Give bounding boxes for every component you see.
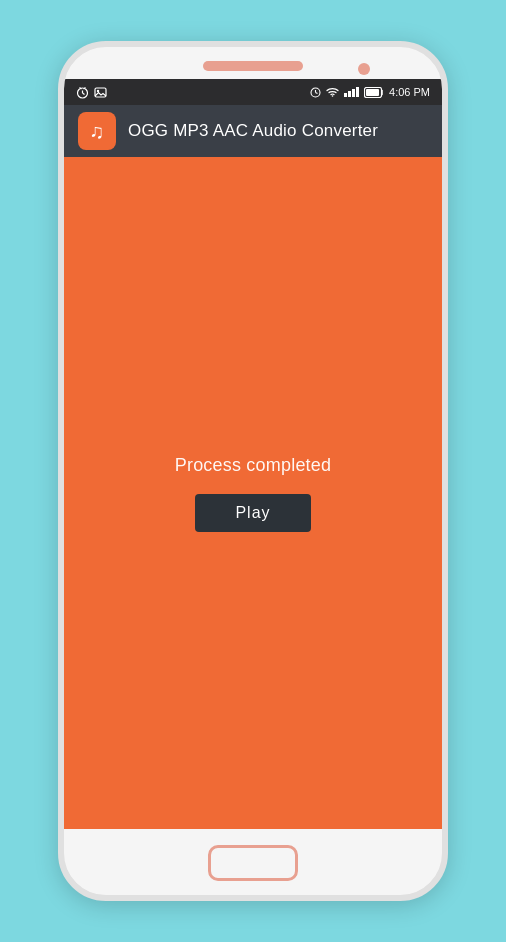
app-icon: ♫ [78, 112, 116, 150]
clock-icon [310, 87, 321, 98]
phone-camera [358, 63, 370, 75]
svg-rect-12 [366, 89, 379, 96]
main-content: Process completed Play [64, 157, 442, 829]
app-bar: ♫ OGG MP3 AAC Audio Converter [64, 105, 442, 157]
phone-frame: 4:06 PM ♫ OGG MP3 AAC Audio Converter Pr… [58, 41, 448, 901]
alarm-icon [76, 86, 89, 99]
music-note-icon: ♫ [90, 121, 105, 141]
time-display: 4:06 PM [389, 86, 430, 98]
svg-line-9 [316, 92, 318, 93]
battery-icon [364, 87, 384, 98]
svg-point-6 [97, 89, 99, 91]
app-title: OGG MP3 AAC Audio Converter [128, 121, 378, 141]
play-button[interactable]: Play [195, 494, 310, 532]
svg-rect-5 [95, 88, 106, 97]
svg-line-2 [83, 93, 85, 95]
image-icon [94, 87, 107, 98]
status-right-area: 4:06 PM [310, 86, 430, 98]
signal-icon [344, 87, 359, 97]
phone-top-bar [64, 47, 442, 79]
status-bar: 4:06 PM [64, 79, 442, 105]
svg-point-10 [332, 95, 334, 97]
screen: 4:06 PM ♫ OGG MP3 AAC Audio Converter Pr… [64, 79, 442, 829]
process-completed-text: Process completed [175, 455, 331, 476]
status-left-icons [76, 86, 107, 99]
phone-speaker [203, 61, 303, 71]
wifi-icon [326, 87, 339, 97]
phone-home-button[interactable] [208, 845, 298, 881]
phone-bottom-bar [64, 829, 442, 895]
